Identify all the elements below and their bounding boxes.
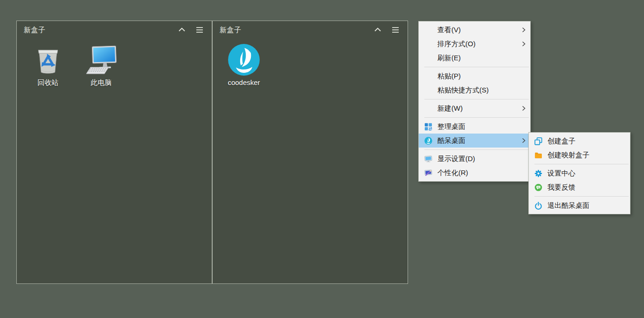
box-body: 回收站 此电脑 (17, 39, 212, 97)
chevron-right-icon (520, 26, 527, 34)
menu-item-label: 刷新(E) (437, 54, 527, 63)
menu-item-create-mapped-box[interactable]: 创建映射盒子 (529, 148, 630, 162)
power-icon (534, 202, 542, 210)
menu-item-paste-shortcut[interactable]: 粘贴快捷方式(S) (419, 83, 530, 97)
menu-item-gutter (529, 170, 547, 177)
personalize-icon (424, 169, 432, 177)
menu-item-feedback[interactable]: 我要反馈 (529, 180, 630, 194)
desktop-item-label: coodesker (228, 78, 260, 86)
menu-item-label: 退出酷呆桌面 (547, 201, 627, 210)
menu-item-label: 整理桌面 (437, 122, 527, 131)
menu-item-label: 排序方式(O) (437, 40, 520, 49)
box-header[interactable]: 新盒子 (213, 21, 408, 39)
menu-item-label: 查看(V) (437, 26, 520, 35)
desktop-item-label: 此电脑 (91, 78, 112, 87)
menu-item-personalize[interactable]: 个性化(R) (419, 166, 530, 180)
box-title: 新盒子 (220, 26, 365, 35)
menu-item-gutter (529, 202, 547, 210)
menu-item-refresh[interactable]: 刷新(E) (419, 51, 530, 65)
chevron-right-icon (520, 105, 527, 112)
menu-item-label: 创建盒子 (547, 137, 627, 146)
menu-item-exit-coodesker[interactable]: 退出酷呆桌面 (529, 198, 630, 212)
menu-item-organize-desktop[interactable]: 整理桌面 (419, 120, 530, 134)
box-body: coodesker (213, 39, 408, 97)
coodesker-submenu: 创建盒子 创建映射盒子 设置中心 我要反馈 退出酷呆桌面 (528, 132, 630, 214)
hamburger-icon[interactable] (194, 25, 205, 35)
context-menu: 查看(V) 排序方式(O) 刷新(E)粘贴(P)粘贴快捷方式(S)新建(W) 整… (418, 21, 531, 182)
hamburger-icon[interactable] (390, 25, 401, 35)
menu-separator (424, 117, 529, 118)
menu-item-coodesker[interactable]: 酷呆桌面 (419, 134, 530, 148)
desktop-item-this-pc[interactable]: 此电脑 (75, 43, 128, 97)
box-title: 新盒子 (24, 26, 169, 35)
chevron-right-icon (520, 40, 527, 48)
menu-item-label: 粘贴(P) (437, 72, 527, 81)
menu-item-label: 我要反馈 (547, 183, 627, 192)
feedback-icon (534, 184, 542, 191)
menu-separator (534, 196, 629, 197)
menu-item-label: 酷呆桌面 (437, 136, 520, 145)
coodesker-icon (424, 137, 432, 145)
desktop-box-2: 新盒子 coodesker (212, 21, 408, 284)
menu-item-gutter (529, 151, 547, 159)
menu-item-gutter (419, 169, 437, 177)
organize-desktop-icon (424, 123, 432, 131)
menu-separator (424, 99, 529, 99)
recycle-bin-icon (31, 43, 65, 76)
menu-item-gutter (419, 123, 437, 131)
menu-item-new[interactable]: 新建(W) (419, 101, 530, 115)
desktop[interactable]: 新盒子 回收站 (0, 0, 644, 318)
chevron-right-icon (520, 137, 527, 144)
settings-center-icon (534, 170, 542, 177)
create-box-icon (534, 137, 542, 145)
menu-separator (534, 164, 629, 164)
menu-item-label: 显示设置(D) (437, 155, 527, 163)
menu-item-label: 新建(W) (437, 104, 520, 113)
menu-item-display-settings[interactable]: 显示设置(D) (419, 152, 530, 166)
menu-separator (424, 149, 529, 150)
menu-item-label: 粘贴快捷方式(S) (437, 86, 527, 95)
menu-separator (424, 67, 529, 67)
menu-item-gutter (529, 137, 547, 145)
desktop-item-recycle-bin[interactable]: 回收站 (21, 43, 75, 97)
this-pc-icon (84, 43, 118, 76)
box-header[interactable]: 新盒子 (17, 21, 212, 39)
menu-item-gutter (529, 184, 547, 191)
menu-item-create-box[interactable]: 创建盒子 (529, 134, 630, 148)
menu-item-view[interactable]: 查看(V) (419, 23, 530, 37)
create-mapped-box-icon (534, 151, 542, 159)
menu-item-sort-by[interactable]: 排序方式(O) (419, 37, 530, 51)
menu-item-label: 设置中心 (547, 169, 627, 178)
menu-item-gutter (419, 137, 437, 145)
desktop-box-1: 新盒子 回收站 (16, 21, 212, 284)
menu-item-paste[interactable]: 粘贴(P) (419, 69, 530, 83)
desktop-item-label: 回收站 (38, 78, 59, 87)
display-settings-icon (424, 155, 432, 163)
chevron-up-icon[interactable] (373, 25, 383, 35)
coodesker-icon (227, 43, 261, 76)
menu-item-settings-center[interactable]: 设置中心 (529, 166, 630, 180)
menu-item-label: 创建映射盒子 (547, 151, 627, 160)
desktop-item-coodesker[interactable]: coodesker (217, 43, 270, 97)
menu-item-gutter (419, 155, 437, 163)
menu-item-label: 个性化(R) (437, 169, 527, 177)
chevron-up-icon[interactable] (177, 25, 187, 35)
